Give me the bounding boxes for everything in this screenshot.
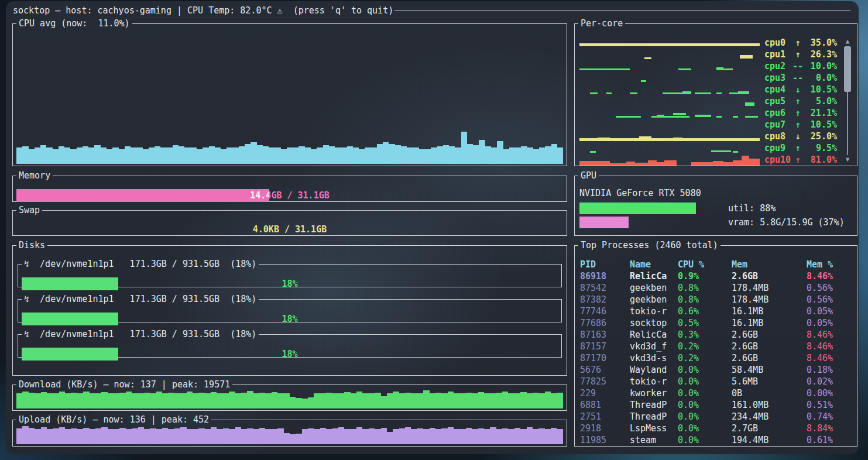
process-mem-percent: 0.56%: [807, 282, 852, 294]
cpu-history-bar: [437, 146, 443, 164]
cpu-history-bar: [365, 147, 370, 164]
download-history-bar: [144, 393, 150, 408]
download-history-bar: [375, 393, 380, 408]
upload-history-bar: [241, 429, 247, 444]
upload-history-bar: [538, 428, 544, 444]
process-row[interactable]: 87157vkd3d_f0.2%2.6GB8.46%: [580, 341, 852, 352]
download-history-bar: [356, 392, 362, 408]
sparkline-segment: [635, 163, 648, 166]
process-row[interactable]: 77686socktop0.5%16.1MB0.05%: [580, 317, 852, 329]
process-pid: 77825: [580, 376, 630, 387]
core-name: cpu2: [764, 60, 791, 72]
process-name: geekben: [630, 282, 678, 294]
core-trend-icon: ↑: [791, 142, 804, 154]
core-value: 5.0%: [804, 95, 837, 107]
download-history-bar: [205, 393, 211, 408]
cpu-history-bar: [515, 147, 521, 164]
process-header-cell: PID: [580, 259, 630, 270]
process-row[interactable]: 87170vkd3d-s0.2%2.6GB8.46%: [580, 352, 852, 364]
scroll-down-icon[interactable]: ▼: [843, 156, 852, 163]
process-name: tokio-r: [630, 305, 678, 317]
process-pid: 87382: [580, 294, 630, 305]
panel-cpu-avg-title: CPU avg (now: 11.0%): [16, 19, 132, 28]
download-history-bar: [296, 398, 301, 408]
upload-history-bar: [441, 428, 447, 444]
process-row[interactable]: 11985steam0.0%194.4MB0.61%: [580, 434, 852, 446]
cpu-history-bar: [233, 147, 239, 164]
cpu-history-bar: [401, 146, 407, 164]
core-row-cpu4: cpu4↓10.5%: [579, 84, 837, 95]
core-label: cpu2--10.0%: [764, 60, 837, 72]
disk-gauge: 18%: [22, 348, 558, 361]
process-row[interactable]: 86918RelicCa0.9%2.6GB8.46%: [580, 270, 852, 282]
process-row[interactable]: 87163RelicCa0.3%2.6GB8.46%: [580, 329, 852, 341]
download-history-bar: [217, 393, 222, 408]
process-row[interactable]: 77825tokio-r0.0%5.6MB0.02%: [580, 376, 852, 387]
cpu-history-bar: [245, 144, 251, 164]
upload-history-bar: [229, 429, 235, 444]
download-history-bar: [320, 393, 326, 408]
process-mem: 16.1MB: [732, 305, 807, 317]
sparkline-segment: [657, 115, 664, 116]
process-name: Wayland: [630, 364, 678, 376]
process-row[interactable]: 229kworker0.0%0B0.00%: [580, 387, 852, 399]
panel-gpu: GPU NVIDIA GeForce RTX 5080 util: 88% vr…: [574, 171, 857, 236]
cpu-history-bar: [167, 147, 173, 164]
process-row[interactable]: 2751ThreadP0.0%234.4MB0.74%: [580, 411, 852, 423]
upload-history-bar: [362, 429, 368, 444]
process-row[interactable]: 6881ThreadP0.0%161.0MB0.51%: [580, 399, 852, 411]
upload-history-bar: [22, 426, 28, 444]
process-cpu-percent: 0.8%: [678, 282, 732, 294]
sparkline-segment: [630, 92, 637, 94]
cpu-history-bar: [125, 146, 131, 164]
download-history-bar: [277, 393, 283, 408]
download-history-bar: [490, 393, 496, 408]
process-pid: 87163: [580, 329, 630, 341]
process-cpu-percent: 0.0%: [678, 376, 732, 387]
upload-history-bar: [326, 429, 332, 444]
process-cpu-percent: 0.9%: [678, 270, 732, 282]
sparkline-segment: [590, 92, 597, 94]
core-name: cpu5: [764, 95, 791, 107]
process-row[interactable]: 77746tokio-r0.6%16.1MB0.05%: [580, 305, 852, 317]
core-trend-icon: ↑: [791, 95, 804, 107]
process-row[interactable]: 5676Wayland0.0%58.4MB0.18%: [580, 364, 852, 376]
upload-history-bar: [205, 429, 211, 444]
download-history-bar: [393, 392, 399, 408]
core-row-cpu2: cpu2--10.0%: [579, 60, 837, 72]
core-value: 0.0%: [804, 72, 837, 84]
process-row[interactable]: 87382geekben0.8%178.4MB0.56%: [580, 294, 852, 305]
core-name: cpu7: [764, 119, 791, 131]
upload-chart: [16, 426, 563, 444]
download-history-bar: [478, 392, 484, 408]
download-history-bar: [223, 393, 229, 408]
panel-cpu-avg: CPU avg (now: 11.0%): [12, 19, 567, 166]
process-name: LspMess: [630, 423, 678, 434]
core-trend-icon: ↑: [791, 154, 804, 166]
core-label: cpu8↓25.0%: [764, 131, 837, 142]
upload-history-bar: [108, 429, 114, 444]
cpu-history-bar: [413, 147, 419, 164]
process-row[interactable]: 2918LspMess0.0%2.7GB8.84%: [580, 423, 852, 434]
cpu-history-bar: [40, 145, 46, 164]
upload-history-bar: [77, 429, 83, 444]
cpu-history-bar: [221, 149, 227, 164]
scroll-up-icon[interactable]: ▲: [843, 38, 852, 45]
cpu-history-bar: [407, 147, 413, 164]
per-core-scrollbar[interactable]: ▲ ▼: [843, 38, 852, 163]
process-mem: 2.6GB: [732, 341, 807, 352]
sparkline-segment: [598, 138, 610, 140]
panel-disks: Disks ↯ /dev/nvme1n1p1 171.3GB / 931.5GB…: [12, 241, 567, 376]
process-row[interactable]: 87542geekben0.8%178.4MB0.56%: [580, 282, 852, 294]
upload-history-bar: [132, 428, 138, 444]
download-history-bar: [41, 392, 47, 408]
process-pid: 229: [580, 387, 630, 399]
disk-gauge-label: 18%: [22, 313, 558, 325]
terminal-window: socktop — host: cachyos-gaming | CPU Tem…: [6, 1, 859, 454]
process-name: tokio-r: [630, 376, 678, 387]
upload-history-bar: [302, 429, 308, 444]
upload-history-bar: [187, 429, 193, 444]
scrollbar-thumb[interactable]: [844, 46, 851, 92]
download-history-bar: [459, 393, 465, 408]
download-history-bar: [454, 393, 459, 408]
